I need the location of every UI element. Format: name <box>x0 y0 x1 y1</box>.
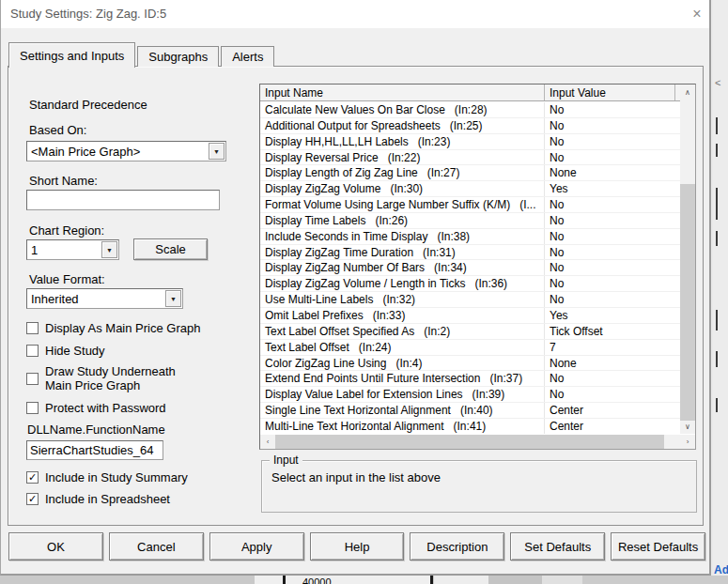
table-row[interactable]: Display ZigZag Volume (In:30) Yes <box>260 181 680 197</box>
table-row[interactable]: Display ZigZag Volume / Length in Ticks … <box>260 276 680 292</box>
precedence-label: Standard Precedence <box>29 98 147 112</box>
table-row[interactable]: Display Length of Zig Zag Line (In:27) N… <box>260 165 680 181</box>
table-row[interactable]: Text Label Offset (In:24) 7 <box>260 340 680 356</box>
ok-button[interactable]: OK <box>8 532 103 561</box>
input-name-cell: Multi-Line Text Horizontal Alignment (In… <box>260 419 545 434</box>
inputs-list-rows: Calculate New Values On Bar Close (In:28… <box>260 102 680 434</box>
reset-defaults-button-label: Reset Defaults <box>618 540 698 554</box>
checkbox-box[interactable] <box>26 402 39 414</box>
table-row[interactable]: Additional Output for Spreadsheets (In:2… <box>260 118 680 134</box>
checkbox-box[interactable] <box>26 345 39 357</box>
input-value-cell: None <box>545 165 577 180</box>
checkbox-box[interactable]: ✓ <box>26 471 39 484</box>
scrollbar-thumb[interactable] <box>275 435 664 449</box>
checkbox-label: Include in Study Summary <box>45 470 188 484</box>
tab-subgraphs[interactable]: Subgraphs <box>137 46 219 67</box>
value-format-select[interactable]: Inherited ▼ <box>26 288 183 309</box>
background-segment <box>542 576 582 584</box>
scale-button[interactable]: Scale <box>133 238 208 260</box>
dll-name-input[interactable] <box>26 440 163 460</box>
description-button[interactable]: Description <box>410 532 504 561</box>
input-name-cell: Display Time Labels (In:26) <box>260 213 545 228</box>
table-row[interactable]: Use Multi-Line Labels (In:32) No <box>260 292 680 308</box>
input-value-cell: No <box>545 387 564 402</box>
input-name-cell: Omit Label Prefixes (In:33) <box>260 308 545 323</box>
help-button-label: Help <box>345 540 370 554</box>
input-name-cell: Single Line Text Horizontal Alignment (I… <box>260 403 545 418</box>
table-row[interactable]: Format Volume Using Large Number Suffix … <box>260 197 680 213</box>
input-value-cell: No <box>545 292 564 307</box>
checkbox-label: Display As Main Price Graph <box>45 321 200 335</box>
chevron-down-icon[interactable]: ▼ <box>165 290 181 307</box>
checkbox-protect-with-password[interactable]: Protect with Password <box>26 401 166 415</box>
checkbox-label: Hide Study <box>45 344 105 358</box>
table-row[interactable]: Omit Label Prefixes (In:33) Yes <box>260 308 680 324</box>
checkbox-draw-study-underneath[interactable]: Draw Study Underneath Main Price Graph <box>26 364 224 392</box>
scroll-down-icon[interactable]: ∨ <box>680 419 695 434</box>
based-on-label: Based On: <box>29 123 86 137</box>
scroll-up-icon[interactable]: ∧ <box>680 85 695 100</box>
table-row[interactable]: Display ZigZag Time Duration (In:31) No <box>260 245 680 261</box>
input-value-cell: No <box>545 245 564 260</box>
table-row[interactable]: Calculate New Values On Bar Close (In:28… <box>260 102 680 118</box>
scroll-right-icon[interactable]: › <box>680 435 695 449</box>
table-row[interactable]: Display Time Labels (In:26) No <box>260 213 680 229</box>
chevron-down-icon[interactable]: ▼ <box>209 143 225 160</box>
vertical-scrollbar[interactable]: ∧ ∨ <box>680 85 695 434</box>
checkbox-box[interactable]: ✓ <box>26 493 39 505</box>
column-header-input-value[interactable]: Input Value <box>545 85 675 100</box>
table-row[interactable]: Display Reversal Price (In:22) No <box>260 150 680 166</box>
set-defaults-button[interactable]: Set Defaults <box>510 532 605 561</box>
cancel-button[interactable]: Cancel <box>109 532 204 561</box>
input-value-cell: No <box>545 118 564 133</box>
table-row[interactable]: Display Value Label for Extension Lines … <box>260 387 680 403</box>
checkbox-include-in-study-summary[interactable]: ✓ Include in Study Summary <box>26 470 188 484</box>
checkbox-include-in-spreadsheet[interactable]: ✓ Include in Spreadsheet <box>26 492 170 506</box>
chevron-down-icon[interactable]: ▼ <box>101 241 117 258</box>
input-name-cell: Format Volume Using Large Number Suffix … <box>260 197 545 212</box>
table-row[interactable]: Multi-Line Text Horizontal Alignment (In… <box>260 419 680 434</box>
input-name-cell: Include Seconds in Time Display (In:38) <box>260 229 545 244</box>
table-row[interactable]: Display HH,HL,LL,LH Labels (In:23) No <box>260 134 680 150</box>
checkbox-box[interactable] <box>26 373 39 385</box>
input-name-cell: Display ZigZag Time Duration (In:31) <box>260 245 545 260</box>
background-axis-value: 40000 <box>302 576 332 584</box>
scrollbar-thumb[interactable] <box>680 184 695 421</box>
input-value-cell: No <box>545 276 564 291</box>
based-on-select[interactable]: <Main Price Graph> ▼ <box>26 141 226 161</box>
table-row[interactable]: Include Seconds in Time Display (In:38) … <box>260 229 680 245</box>
reset-defaults-button[interactable]: Reset Defaults <box>611 532 705 561</box>
tab-page-settings-and-inputs: Standard Precedence Based On: <Main Pric… <box>8 66 704 526</box>
table-row[interactable]: Single Line Text Horizontal Alignment (I… <box>260 403 680 419</box>
inputs-list: Input Name Input Value Calculate New Val… <box>259 84 696 450</box>
checkbox-box[interactable] <box>26 322 39 334</box>
checkbox-display-as-main-price-graph[interactable]: Display As Main Price Graph <box>26 321 200 335</box>
input-value-cell: Yes <box>545 308 568 323</box>
table-row[interactable]: Extend End Points Until Future Intersect… <box>260 371 680 387</box>
tab-label: Subgraphs <box>148 50 208 64</box>
close-button[interactable]: × <box>687 4 707 24</box>
horizontal-scrollbar[interactable]: ‹ › <box>260 435 695 449</box>
table-row[interactable]: Display ZigZag Number Of Bars (In:34) No <box>260 260 680 276</box>
input-value-cell: No <box>545 260 564 275</box>
table-row[interactable]: Color ZigZag Line Using (In:4) None <box>260 356 680 372</box>
input-value-cell: No <box>545 197 564 212</box>
scroll-left-icon[interactable]: ‹ <box>260 435 275 449</box>
input-value-cell: Center <box>545 403 583 418</box>
checkbox-hide-study[interactable]: Hide Study <box>26 344 105 358</box>
tab-alerts[interactable]: Alerts <box>221 46 274 67</box>
input-name-cell: Display ZigZag Volume / Length in Ticks … <box>260 276 545 291</box>
input-value-cell: Yes <box>545 181 568 196</box>
checkbox-label: Draw Study Underneath Main Price Graph <box>45 364 200 392</box>
value-format-value: Inherited <box>31 292 79 306</box>
tab-settings-and-inputs[interactable]: Settings and Inputs <box>8 42 135 68</box>
apply-button-label: Apply <box>241 540 272 554</box>
short-name-input[interactable] <box>26 190 220 210</box>
input-groupbox-title: Input <box>270 453 302 467</box>
help-button[interactable]: Help <box>310 532 405 561</box>
apply-button[interactable]: Apply <box>209 532 304 561</box>
table-row[interactable]: Text Label Offset Specified As (In:2) Ti… <box>260 324 680 340</box>
chart-region-select[interactable]: 1 ▼ <box>26 239 119 260</box>
input-value-cell: No <box>545 134 564 149</box>
column-header-input-name[interactable]: Input Name <box>260 85 545 100</box>
